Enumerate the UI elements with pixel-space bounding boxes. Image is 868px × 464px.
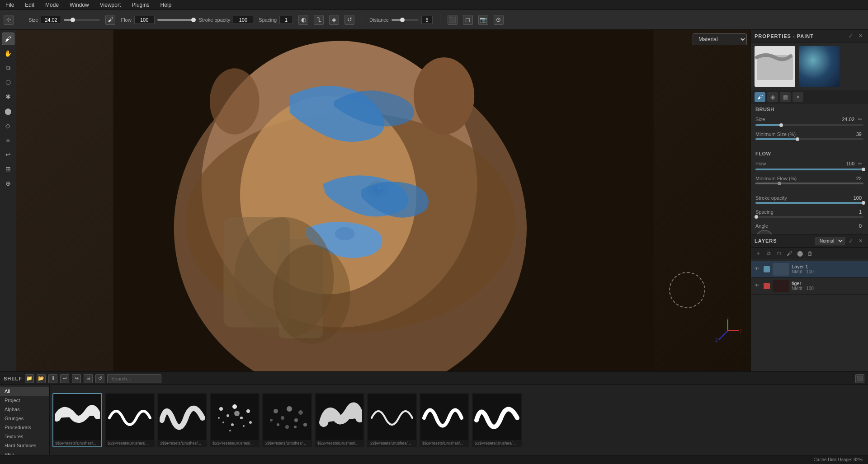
duplicate-layer-btn[interactable]: ⧉ bbox=[764, 249, 773, 258]
category-all[interactable]: All bbox=[0, 387, 49, 396]
expand-icon[interactable]: ⤢ bbox=[846, 32, 854, 40]
tab-effects[interactable]: ✦ bbox=[793, 92, 803, 102]
fill-tool[interactable]: ⬤ bbox=[2, 105, 14, 117]
category-textures[interactable]: Textures bbox=[0, 432, 49, 441]
history-tool[interactable]: ↩ bbox=[2, 148, 14, 161]
category-hard-surfaces[interactable]: Hard Surfaces bbox=[0, 441, 49, 450]
layer-thumbnail bbox=[773, 280, 789, 292]
category-project[interactable]: Project bbox=[0, 396, 49, 405]
brush-item[interactable]: $$$Presets/Brushes/... bbox=[472, 393, 522, 447]
menu-help[interactable]: Help bbox=[159, 1, 174, 9]
svg-point-46 bbox=[294, 418, 298, 422]
flow-group: Flow bbox=[121, 16, 193, 24]
brush-item[interactable]: $$$Presets/Brushes/... bbox=[367, 393, 417, 447]
flow-edit-icon[interactable]: ✏ bbox=[856, 160, 863, 167]
menu-viewport[interactable]: Viewport bbox=[98, 1, 123, 9]
category-alphas[interactable]: Alphas bbox=[0, 405, 49, 414]
shelf-import-btn[interactable]: ⬇ bbox=[48, 374, 57, 383]
viewport[interactable]: Material Wireframe Flat X Y Z bbox=[16, 30, 750, 371]
menu-window[interactable]: Window bbox=[68, 1, 91, 9]
group-layer-btn[interactable]: □ bbox=[774, 249, 783, 258]
shelf-folder-btn[interactable]: 📂 bbox=[37, 374, 46, 383]
spacing-slider[interactable] bbox=[755, 216, 863, 218]
flip-v-icon[interactable]: ⇅ bbox=[314, 15, 324, 25]
camera-persp-icon[interactable]: ⬛ bbox=[448, 15, 458, 25]
shelf-filter-btn[interactable]: ⊟ bbox=[84, 374, 93, 383]
brush-item[interactable]: $$$Presets/Brushes/... bbox=[157, 393, 207, 447]
brush-item[interactable]: $$$Presets/Brushes/... bbox=[262, 393, 312, 447]
layer-item[interactable]: 👁 tiger NMdt 100 bbox=[751, 278, 868, 295]
brush-item[interactable]: $$$Presets/Brushes/... bbox=[315, 393, 364, 447]
symmetry-icon[interactable]: ◈ bbox=[329, 15, 339, 25]
brush-thumbnail bbox=[368, 394, 416, 440]
spacing-input[interactable] bbox=[279, 16, 293, 24]
layers-tool[interactable]: ≡ bbox=[2, 134, 14, 146]
layer-visibility-icon[interactable]: 👁 bbox=[755, 266, 761, 272]
blend-mode-select[interactable]: Normal Multiply Screen bbox=[816, 237, 844, 245]
tab-material[interactable]: ◉ bbox=[767, 92, 778, 102]
layers-expand-icon[interactable]: ⤢ bbox=[846, 237, 854, 245]
paint-brush-tool[interactable]: 🖌 bbox=[2, 33, 14, 45]
brush-icon[interactable]: 🖌 bbox=[105, 15, 115, 25]
category-procedurals[interactable]: Procedurals bbox=[0, 423, 49, 432]
size-slider[interactable] bbox=[64, 19, 100, 21]
shelf-send-btn[interactable]: ↪ bbox=[72, 374, 81, 383]
size-edit-icon[interactable]: ✏ bbox=[856, 116, 863, 123]
shelf-grid-view-btn[interactable]: ⬛ bbox=[855, 374, 864, 383]
size-group: Size bbox=[28, 16, 100, 24]
category-grunges[interactable]: Grunges bbox=[0, 414, 49, 423]
shelf-refresh-btn[interactable]: ↺ bbox=[95, 374, 104, 383]
flow-slider[interactable] bbox=[157, 19, 193, 21]
brush-path-label: $$$Presets/Brushes/... bbox=[158, 440, 206, 446]
category-skin[interactable]: Skin bbox=[0, 450, 49, 455]
menu-file[interactable]: File bbox=[4, 1, 16, 9]
paint-layer-btn[interactable]: 🖌 bbox=[785, 249, 794, 258]
video-icon[interactable]: 📷 bbox=[478, 15, 488, 25]
fill-layer-btn[interactable]: ⬤ bbox=[795, 249, 804, 258]
add-layer-btn[interactable]: + bbox=[754, 249, 763, 258]
stroke-opacity-slider[interactable] bbox=[755, 202, 863, 204]
smudge-tool[interactable]: ✋ bbox=[2, 47, 14, 60]
angle-dial[interactable] bbox=[755, 230, 774, 235]
min-flow-slider[interactable] bbox=[755, 183, 863, 184]
brush-item[interactable]: $$$Presets/Brushes/... bbox=[52, 393, 102, 447]
bake-tool[interactable]: ⊞ bbox=[2, 163, 14, 175]
object-icon[interactable]: ◻ bbox=[463, 15, 473, 25]
brush-item[interactable]: $$$Presets/Brushes/... bbox=[420, 393, 469, 447]
layer-visibility-icon[interactable]: 👁 bbox=[755, 283, 761, 289]
distance-input[interactable] bbox=[421, 16, 433, 24]
select-tool-icon[interactable]: ⊹ bbox=[4, 15, 14, 25]
properties-panel: PROPERTIES - PAINT ⤢ ✕ bbox=[751, 30, 868, 235]
flow-input[interactable] bbox=[134, 16, 155, 24]
select-tool[interactable]: ⬡ bbox=[2, 76, 14, 89]
flow-slider[interactable] bbox=[755, 169, 863, 170]
brush-item[interactable]: $$$Presets/Brushes/... bbox=[105, 393, 155, 447]
transform-tool[interactable]: ✱ bbox=[2, 90, 14, 103]
menu-edit[interactable]: Edit bbox=[23, 1, 36, 9]
tab-texture[interactable]: ▦ bbox=[780, 92, 791, 102]
menu-plugins[interactable]: Plugins bbox=[130, 1, 151, 9]
delete-layer-btn[interactable]: 🗑 bbox=[806, 249, 815, 258]
menu-mode[interactable]: Mode bbox=[43, 1, 61, 9]
min-size-slider[interactable] bbox=[755, 138, 863, 140]
size-slider[interactable] bbox=[755, 124, 863, 126]
invert-icon[interactable]: ◐ bbox=[298, 15, 308, 25]
tab-brush[interactable]: 🖌 bbox=[755, 92, 765, 102]
brush-preview-area bbox=[751, 42, 868, 90]
distance-slider[interactable] bbox=[392, 19, 419, 21]
clone-tool[interactable]: ⧉ bbox=[2, 61, 14, 74]
settings-tool[interactable]: ⊕ bbox=[2, 177, 14, 190]
layers-close-icon[interactable]: ✕ bbox=[856, 237, 864, 245]
close-icon[interactable]: ✕ bbox=[856, 32, 864, 40]
size-input[interactable] bbox=[41, 16, 61, 24]
shelf-export-btn[interactable]: ↩ bbox=[60, 374, 69, 383]
pick-tool[interactable]: ◇ bbox=[2, 119, 14, 132]
stroke-opacity-input[interactable] bbox=[233, 16, 253, 24]
shelf-add-btn[interactable]: 📁 bbox=[25, 374, 34, 383]
shelf-search-input[interactable] bbox=[107, 374, 161, 383]
rotate-icon[interactable]: ↺ bbox=[344, 15, 354, 25]
brush-item[interactable]: $$$Presets/Brushes/... bbox=[210, 393, 259, 447]
material-select[interactable]: Material Wireframe Flat bbox=[693, 33, 747, 45]
layer-item[interactable]: 👁 Layer 1 NMdt 100 bbox=[751, 261, 868, 278]
photo-icon[interactable]: ⊙ bbox=[494, 15, 504, 25]
